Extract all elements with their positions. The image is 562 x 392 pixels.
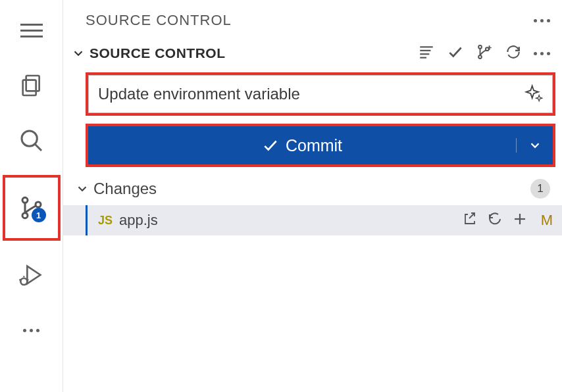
menu-icon[interactable] <box>13 12 50 49</box>
changes-count-badge: 1 <box>530 179 550 199</box>
more-icon[interactable] <box>13 312 50 349</box>
svg-line-11 <box>27 280 28 281</box>
section-header: SOURCE CONTROL <box>63 41 562 71</box>
file-row[interactable]: JS app.js M <box>63 205 562 235</box>
activity-bar: 1 <box>0 0 63 392</box>
branch-plus-icon[interactable] <box>476 43 493 63</box>
svg-point-16 <box>478 45 482 49</box>
svg-line-10 <box>19 280 20 281</box>
section-more-icon[interactable] <box>534 52 550 55</box>
discard-icon[interactable] <box>487 211 503 230</box>
file-name: app.js <box>119 212 158 229</box>
panel-title: SOURCE CONTROL <box>86 12 232 29</box>
commit-message-highlight <box>86 72 555 116</box>
js-file-icon: JS <box>98 214 113 228</box>
source-control-icon[interactable]: 1 <box>3 175 61 241</box>
sparkle-icon[interactable] <box>524 84 543 105</box>
source-control-badge: 1 <box>32 208 46 222</box>
svg-rect-0 <box>26 76 39 91</box>
commit-message-input[interactable] <box>98 85 524 103</box>
checkmark-icon[interactable] <box>447 43 464 63</box>
open-file-icon[interactable] <box>462 211 478 230</box>
svg-line-3 <box>35 144 41 151</box>
commit-button-label: Commit <box>286 136 342 155</box>
file-gutter <box>86 205 88 235</box>
svg-rect-1 <box>22 80 36 95</box>
stage-plus-icon[interactable] <box>512 211 528 230</box>
svg-point-2 <box>22 131 37 146</box>
run-debug-icon[interactable] <box>13 257 50 293</box>
source-control-panel: SOURCE CONTROL SOURCE CONTROL <box>63 0 562 392</box>
chevron-down-icon[interactable] <box>71 46 86 61</box>
chevron-down-icon[interactable] <box>75 182 89 196</box>
changes-label: Changes <box>93 180 157 198</box>
commit-button-highlight: Commit <box>86 124 555 167</box>
svg-point-6 <box>36 202 41 207</box>
commit-button[interactable]: Commit <box>88 136 516 155</box>
svg-point-17 <box>478 55 482 59</box>
panel-more-icon[interactable] <box>534 19 550 22</box>
section-title: SOURCE CONTROL <box>89 45 226 61</box>
view-tree-icon[interactable] <box>418 43 435 63</box>
changes-header[interactable]: Changes 1 <box>63 174 562 205</box>
svg-marker-7 <box>27 266 40 284</box>
svg-point-8 <box>20 278 27 285</box>
svg-point-5 <box>22 213 28 218</box>
explorer-icon[interactable] <box>13 67 50 104</box>
modified-status: M <box>541 212 553 229</box>
refresh-icon[interactable] <box>505 43 522 63</box>
svg-point-4 <box>22 197 28 203</box>
commit-dropdown-button[interactable] <box>516 138 553 153</box>
section-actions <box>418 43 550 63</box>
panel-title-bar: SOURCE CONTROL <box>63 0 562 41</box>
search-icon[interactable] <box>13 122 50 159</box>
